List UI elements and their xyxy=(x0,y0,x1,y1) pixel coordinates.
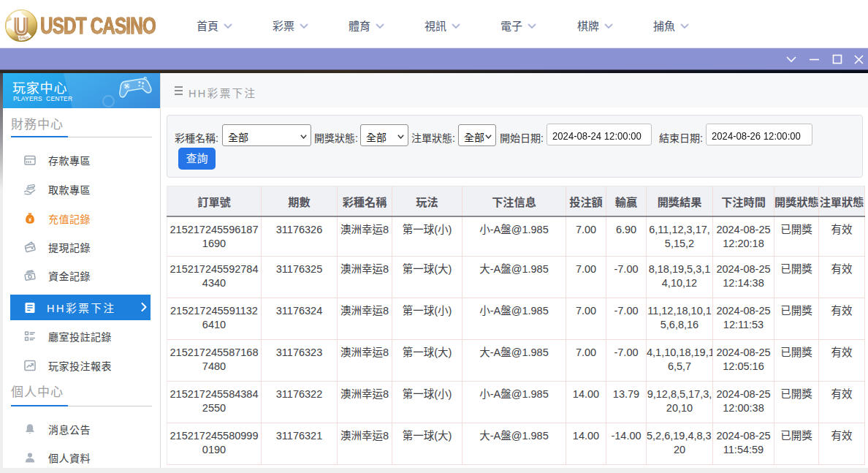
svg-text:CASINO: CASINO xyxy=(13,36,28,40)
